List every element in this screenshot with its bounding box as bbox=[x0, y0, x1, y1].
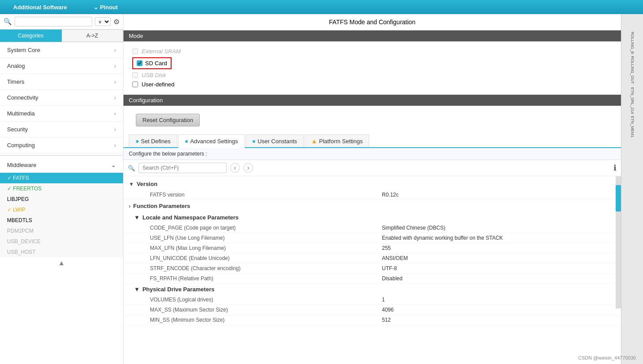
tree-row: MAX_LFN (Max Long Filename) 255 bbox=[123, 243, 621, 253]
usb-disk-checkbox[interactable] bbox=[132, 72, 138, 78]
tree-row: VOLUMES (Logical drives) 1 bbox=[123, 295, 621, 305]
sidebar-item-system-core[interactable]: System Core › bbox=[0, 42, 123, 58]
tab-advanced-settings-label: Advanced Settings bbox=[190, 138, 238, 145]
mode-user-defined: User-defined bbox=[132, 80, 612, 89]
right-panel: ROLLING_B ROLLING_OUT ETN_SRL_214 ETN_ME… bbox=[621, 14, 643, 364]
chevron-right-icon: › bbox=[114, 95, 116, 101]
scroll-indicator[interactable]: ▲ bbox=[0, 257, 123, 269]
middleware-item-pdm2pcm: PDM2PCM bbox=[0, 226, 123, 236]
prev-arrow[interactable]: ‹ bbox=[230, 163, 240, 173]
middleware-item-mbedtls[interactable]: MBEDTLS bbox=[0, 215, 123, 226]
param-value: 512 bbox=[382, 317, 614, 323]
locale-group-header[interactable]: ▼ Locale and Namespace Parameters bbox=[123, 212, 621, 223]
vertical-scrollbar[interactable] bbox=[616, 176, 621, 308]
right-panel-text-4: ETN_SRL_214 bbox=[630, 87, 635, 114]
sidebar-tabs: Categories A->Z bbox=[0, 30, 123, 42]
param-value: Disabled bbox=[382, 275, 614, 282]
top-bar-pinout[interactable]: ⌄ Pinout bbox=[89, 2, 122, 12]
sidebar-item-analog[interactable]: Analog › bbox=[0, 58, 123, 74]
next-arrow[interactable]: › bbox=[243, 163, 253, 173]
top-bar-additional-software[interactable]: Additional Software bbox=[9, 2, 71, 12]
chevron-right-icon: › bbox=[114, 111, 116, 117]
param-value: 4096 bbox=[382, 307, 614, 313]
sidebar-search-row: 🔍 v ⚙ bbox=[0, 14, 123, 30]
param-name: LFN_UNICODE (Enable Unicode) bbox=[150, 255, 382, 261]
config-section-header: Configuration bbox=[123, 95, 621, 106]
mode-usb-disk: USB Disk bbox=[132, 71, 612, 80]
sd-card-checkbox[interactable] bbox=[137, 60, 142, 66]
scrollbar-thumb[interactable] bbox=[616, 185, 621, 212]
tab-categories[interactable]: Categories bbox=[0, 30, 62, 42]
sidebar-item-label: Security bbox=[7, 126, 28, 133]
middleware-item-libjpeg[interactable]: LIBJPEG bbox=[0, 194, 123, 204]
right-panel-text-5: ETN_MEM1 bbox=[630, 116, 635, 137]
chevron-down-icon: ⌄ bbox=[111, 162, 116, 168]
gear-icon[interactable]: ⚙ bbox=[113, 18, 120, 26]
function-group-label: Function Parameters bbox=[133, 203, 190, 209]
version-arrow-icon: ▼ bbox=[129, 181, 134, 187]
param-name: USE_LFN (Use Long Filename) bbox=[150, 235, 382, 241]
middleware-item-usb-device: USB_DEVICE bbox=[0, 236, 123, 247]
param-value: R0.12c bbox=[382, 192, 614, 198]
watermark: CSDN @weixin_44770030 bbox=[578, 355, 636, 360]
version-group-header[interactable]: ▼ Version bbox=[123, 178, 621, 190]
tab-platform-settings[interactable]: ▲ Platform Settings bbox=[305, 134, 370, 147]
user-defined-checkbox[interactable] bbox=[132, 82, 138, 87]
configure-hint: Configure the below parameters : bbox=[123, 148, 621, 160]
advanced-settings-icon: ● bbox=[185, 137, 188, 145]
usb-disk-label: USB Disk bbox=[142, 72, 166, 78]
params-search-input[interactable] bbox=[138, 163, 227, 173]
sidebar-item-security[interactable]: Security › bbox=[0, 122, 123, 137]
physical-arrow-icon: ▼ bbox=[134, 286, 140, 293]
external-sram-checkbox[interactable] bbox=[132, 48, 138, 54]
sidebar-item-label: Connectivity bbox=[7, 94, 38, 101]
tab-atoz[interactable]: A->Z bbox=[62, 30, 123, 42]
param-value: 1 bbox=[382, 297, 614, 303]
tab-advanced-settings[interactable]: ● Advanced Settings bbox=[178, 134, 245, 148]
param-value: 255 bbox=[382, 245, 614, 251]
reset-configuration-button[interactable]: Reset Configuration bbox=[136, 114, 200, 126]
params-tree: ▼ Version FATFS version R0.12c › Functio… bbox=[123, 176, 621, 364]
middleware-item-fatfs[interactable]: ✓ FATFS bbox=[0, 173, 123, 183]
sidebar-item-label: Computing bbox=[7, 142, 35, 149]
middleware-item-lwip[interactable]: ✓ LWIP bbox=[0, 204, 123, 215]
tree-row: FS_RPATH (Relative Path) Disabled bbox=[123, 274, 621, 284]
sidebar-item-label: Timers bbox=[7, 78, 24, 85]
tree-row: USE_LFN (Use Long Filename) Enabled with… bbox=[123, 233, 621, 243]
content-area: FATFS Mode and Configuration Mode Extern… bbox=[123, 14, 621, 364]
tabs-row: ● Set Defines ● Advanced Settings ● User… bbox=[123, 134, 621, 148]
search-input[interactable] bbox=[15, 17, 92, 26]
set-defines-icon: ● bbox=[135, 137, 139, 145]
mode-external-sram: External SRAM bbox=[132, 47, 612, 56]
function-group-header[interactable]: › Function Parameters bbox=[123, 200, 621, 212]
user-defined-label: User-defined bbox=[142, 81, 174, 88]
params-search-icon: 🔍 bbox=[128, 165, 135, 171]
middleware-item-freertos[interactable]: ✓ FREERTOS bbox=[0, 183, 123, 194]
info-icon[interactable]: ℹ bbox=[613, 163, 617, 173]
sidebar-item-middleware[interactable]: Middleware ⌄ bbox=[0, 157, 123, 173]
tree-row: LFN_UNICODE (Enable Unicode) ANSI/OEM bbox=[123, 253, 621, 264]
user-constants-icon: ● bbox=[252, 137, 256, 145]
locale-group-label: Locale and Namespace Parameters bbox=[142, 214, 239, 221]
param-value: Enabled with dynamic working buffer on t… bbox=[382, 235, 614, 241]
sidebar-item-multimedia[interactable]: Multimedia › bbox=[0, 106, 123, 122]
middleware-item-usb-host: USB_HOST bbox=[0, 247, 123, 257]
tree-row: CODE_PAGE (Code page on target) Simplifi… bbox=[123, 223, 621, 233]
sidebar-item-label: Multimedia bbox=[7, 110, 35, 117]
physical-group-header[interactable]: ▼ Physical Drive Parameters bbox=[123, 284, 621, 295]
search-dropdown[interactable]: v bbox=[95, 17, 111, 26]
tab-set-defines[interactable]: ● Set Defines bbox=[129, 134, 177, 147]
sidebar-item-label: System Core bbox=[7, 47, 40, 53]
tab-user-constants-label: User Constants bbox=[258, 138, 297, 145]
main-layout: 🔍 v ⚙ Categories A->Z System Core › Anal… bbox=[0, 14, 643, 364]
chevron-right-icon: › bbox=[114, 126, 116, 133]
tab-user-constants[interactable]: ● User Constants bbox=[246, 134, 304, 147]
chevron-right-icon: › bbox=[114, 142, 116, 149]
sidebar-item-connectivity[interactable]: Connectivity › bbox=[0, 90, 123, 106]
chevron-right-icon: › bbox=[114, 47, 116, 53]
sidebar-item-timers[interactable]: Timers › bbox=[0, 74, 123, 90]
mode-sd-card: SD Card bbox=[132, 56, 612, 71]
sidebar-item-computing[interactable]: Computing › bbox=[0, 137, 123, 153]
search-icon: 🔍 bbox=[4, 18, 12, 26]
param-name: VOLUMES (Logical drives) bbox=[150, 297, 382, 303]
